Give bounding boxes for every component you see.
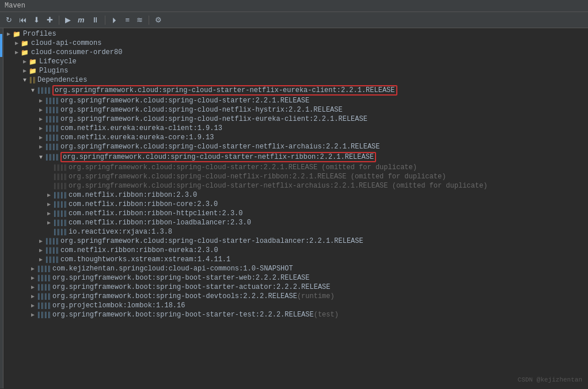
dependency-icon: ║║║║ — [45, 98, 59, 104]
tree-arrow[interactable]: ▶ — [21, 67, 29, 74]
tree-arrow[interactable]: ▼ — [21, 77, 29, 83]
item-suffix: (test) — [314, 311, 339, 319]
tree-arrow[interactable]: ▶ — [29, 293, 37, 300]
item-label: com.netflix.ribbon:ribbon:2.3.0 — [69, 191, 197, 199]
tree-item[interactable]: ▶║║║║com.netflix.eureka:eureka-core:1.9.… — [3, 133, 588, 142]
tree-item[interactable]: ▶📁Plugins — [3, 66, 588, 75]
tree-arrow[interactable]: ▶ — [37, 143, 45, 150]
tree-arrow[interactable]: ▶ — [29, 265, 37, 272]
tree-item[interactable]: ▶║║║║com.netflix.ribbon:ribbon-core:2.3.… — [3, 200, 588, 209]
tree-arrow[interactable]: ▶ — [45, 210, 53, 217]
item-label: org.springframework.cloud:spring-cloud-n… — [60, 106, 343, 114]
tree-arrow[interactable]: ▶ — [45, 219, 53, 226]
main-panel: ▶📁Profiles ▶📁cloud-api-commons ▶📁cloud-c… — [0, 28, 588, 388]
tree-item[interactable]: ▶║║║║org.springframework.cloud:spring-cl… — [3, 237, 588, 246]
tree-item[interactable]: ▼║║║║org.springframework.cloud:spring-cl… — [3, 151, 588, 163]
toolbar-btn-settings[interactable]: ⚙ — [153, 14, 164, 25]
tree-arrow[interactable]: ▶ — [29, 311, 37, 318]
dependency-icon: ║║║║ — [53, 192, 67, 199]
tree-item[interactable]: ▶║║║║org.springframework.boot:spring-boo… — [3, 273, 588, 283]
indent-spacer — [3, 191, 45, 199]
tree-arrow[interactable]: ▶ — [29, 284, 37, 291]
tree-arrow[interactable]: ▶ — [37, 238, 45, 245]
tree-arrow[interactable]: ▶ — [13, 49, 21, 56]
toolbar-btn-maven[interactable]: m — [75, 14, 87, 25]
toolbar-sep-2 — [105, 16, 105, 25]
tree-item[interactable]: ▶📁Lifecycle — [3, 57, 588, 66]
tree-arrow[interactable]: ▶ — [37, 97, 45, 104]
tree-item[interactable]: ▶║║║║com.kejizhentan.springcloud:cloud-a… — [3, 264, 588, 273]
item-label: com.thoughtworks.xstream:xstream:1.4.11.… — [60, 255, 230, 264]
item-label: com.netflix.ribbon:ribbon-core:2.3.0 — [69, 200, 218, 208]
tree-arrow[interactable]: ▶ — [21, 58, 29, 65]
toolbar-btn-run[interactable]: ▶ — [63, 14, 73, 25]
tree-panel[interactable]: ▶📁Profiles ▶📁cloud-api-commons ▶📁cloud-c… — [3, 28, 588, 388]
indent-spacer — [3, 153, 37, 161]
indent-spacer — [3, 182, 45, 190]
tree-arrow[interactable]: ▶ — [37, 256, 45, 263]
tree-arrow[interactable]: ▶ — [37, 247, 45, 254]
indent-spacer — [3, 200, 45, 208]
folder-icon: 📁 — [29, 58, 37, 66]
tree-arrow[interactable]: ▶ — [5, 30, 13, 37]
tree-item[interactable]: ▶║║║║org.springframework.cloud:spring-cl… — [3, 115, 588, 124]
tree-item[interactable]: ▶📁cloud-api-commons — [3, 39, 588, 48]
dependency-icon: ║║║║ — [45, 125, 59, 132]
tree-item[interactable]: ║║║║org.springframework.cloud:spring-clo… — [3, 172, 588, 181]
folder-icon: 📁 — [21, 40, 29, 47]
indent-spacer — [3, 115, 37, 123]
tree-arrow[interactable]: ▼ — [37, 154, 45, 161]
item-label: cloud-api-commons — [31, 39, 101, 47]
tree-arrow[interactable]: ▶ — [29, 274, 37, 281]
item-label: Lifecycle — [39, 58, 77, 66]
tree-item[interactable]: ▶║║║║org.springframework.cloud:spring-cl… — [3, 105, 588, 115]
item-label: org.springframework.cloud:spring-cloud-n… — [69, 173, 446, 181]
highlighted-dependency: org.springframework.cloud:spring-cloud-s… — [52, 85, 397, 96]
tree-item[interactable]: ▶║║║║com.netflix.ribbon:ribbon-loadbalan… — [3, 218, 588, 227]
tree-arrow[interactable]: ▶ — [37, 106, 45, 113]
toolbar-btn-pause[interactable]: ⏸ — [89, 14, 101, 25]
tree-arrow[interactable]: ▶ — [13, 40, 21, 47]
tree-arrow[interactable]: ▶ — [37, 125, 45, 132]
tree-item[interactable]: ▶║║║║com.netflix.ribbon:ribbon-eureka:2.… — [3, 246, 588, 255]
toolbar-btn-execute[interactable]: ⏵ — [109, 14, 121, 25]
title-label: Maven — [5, 2, 25, 10]
tree-item[interactable]: ▼║║Dependencies — [3, 75, 588, 85]
toolbar-btn-refresh[interactable]: ↻ — [3, 14, 14, 25]
tree-item[interactable]: ▶║║║║com.netflix.ribbon:ribbon-httpclien… — [3, 209, 588, 218]
tree-item[interactable]: ▶║║║║com.netflix.ribbon:ribbon:2.3.0 — [3, 190, 588, 200]
tree-item[interactable]: ▶║║║║org.springframework.boot:spring-boo… — [3, 292, 588, 301]
tree-item[interactable]: ▶║║║║org.springframework.boot:spring-boo… — [3, 283, 588, 292]
indent-spacer — [3, 292, 29, 300]
item-label: Plugins — [39, 67, 68, 75]
tree-arrow[interactable]: ▶ — [37, 134, 45, 141]
dependency-icon: ║║║║ — [45, 257, 59, 263]
toolbar-btn-grid[interactable]: ≋ — [134, 14, 145, 25]
tree-arrow[interactable]: ▶ — [45, 201, 53, 208]
tree-arrow[interactable]: ▶ — [29, 302, 37, 309]
toolbar-btn-down[interactable]: ⬇ — [31, 14, 42, 25]
item-label: com.kejizhentan.springcloud:cloud-api-co… — [52, 265, 293, 273]
tree-item[interactable]: ║║║║org.springframework.cloud:spring-clo… — [3, 181, 588, 190]
tree-item[interactable]: ▶║║║║org.springframework.cloud:spring-cl… — [3, 96, 588, 105]
toolbar-btn-back[interactable]: ⏮ — [17, 14, 29, 25]
tree-item[interactable]: ▶║║║║com.netflix.eureka:eureka-client:1.… — [3, 124, 588, 133]
toolbar-btn-add[interactable]: ✚ — [44, 14, 55, 25]
toolbar-btn-list[interactable]: ≡ — [123, 14, 132, 25]
tree-item[interactable]: ▶║║║║org.springframework.cloud:spring-cl… — [3, 142, 588, 151]
tree-item[interactable]: ▶📁Profiles — [3, 29, 588, 39]
dependency-icon: ║║║║ — [53, 220, 67, 226]
tree-arrow[interactable]: ▶ — [37, 116, 45, 123]
tree-item[interactable]: ║║║║io.reactivex:rxjava:1.3.8 — [3, 227, 588, 237]
tree-item[interactable]: ▶║║║║com.thoughtworks.xstream:xstream:1.… — [3, 255, 588, 264]
dependency-icon: ║║║║ — [45, 144, 59, 150]
tree-arrow[interactable]: ▼ — [29, 87, 37, 94]
tree-item[interactable]: ▶║║║║org.springframework.boot:spring-boo… — [3, 310, 588, 319]
tree-arrow[interactable]: ▶ — [45, 192, 53, 199]
dependency-icon: ║║║║ — [45, 238, 59, 245]
tree-item[interactable]: ▶║║║║org.projectlombok:lombok:1.18.16 — [3, 301, 588, 310]
indent-spacer — [3, 255, 37, 264]
tree-item[interactable]: ▼║║║║org.springframework.cloud:spring-cl… — [3, 85, 588, 96]
tree-item[interactable]: ║║║║org.springframework.cloud:spring-clo… — [3, 163, 588, 172]
tree-item[interactable]: ▶📁cloud-consumer-order80 — [3, 48, 588, 57]
